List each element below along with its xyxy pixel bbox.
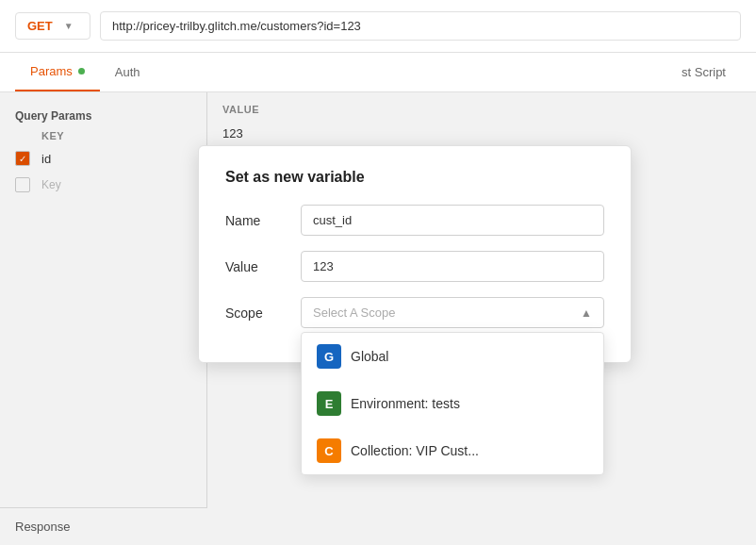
global-icon: G bbox=[317, 344, 341, 369]
main-area: Query Params KEY ✓ id Key Response VALUE… bbox=[0, 92, 756, 545]
modal-title: Set as new variable bbox=[225, 169, 604, 186]
value-label: Value bbox=[225, 259, 301, 274]
tab-script-label: st Script bbox=[682, 65, 726, 79]
modal-panel: Set as new variable Name Value Scope Sel… bbox=[198, 145, 632, 363]
params-dot bbox=[78, 68, 85, 74]
tab-params[interactable]: Params bbox=[15, 53, 100, 91]
scope-select-button[interactable]: Select A Scope ▲ bbox=[301, 297, 604, 328]
tabs-area: Params Auth st Script bbox=[0, 53, 756, 92]
scope-dropdown: G Global E Environment: tests C Collecti… bbox=[301, 332, 604, 475]
tab-params-label: Params bbox=[30, 64, 73, 78]
environment-icon: E bbox=[317, 391, 341, 416]
scope-item-environment-label: Environment: tests bbox=[351, 396, 460, 411]
tab-auth-label: Auth bbox=[115, 65, 140, 79]
value-input[interactable] bbox=[301, 251, 604, 282]
name-input[interactable] bbox=[301, 205, 604, 236]
scope-item-environment[interactable]: E Environment: tests bbox=[302, 380, 603, 427]
scope-item-collection[interactable]: C Collection: VIP Cust... bbox=[302, 427, 603, 474]
scope-item-collection-label: Collection: VIP Cust... bbox=[351, 443, 479, 458]
scope-select: Select A Scope ▲ G Global E Environment:… bbox=[301, 297, 604, 328]
method-select[interactable]: GET ▼ bbox=[15, 12, 90, 40]
tab-script[interactable]: st Script bbox=[666, 54, 741, 91]
value-form-row: Value bbox=[225, 251, 604, 282]
url-input[interactable] bbox=[100, 11, 741, 41]
method-chevron: ▼ bbox=[64, 21, 74, 31]
scope-chevron-icon: ▲ bbox=[581, 306, 592, 320]
method-label: GET bbox=[27, 19, 53, 33]
collection-icon: C bbox=[317, 438, 341, 463]
name-form-row: Name bbox=[225, 205, 604, 236]
scope-label: Scope bbox=[225, 306, 301, 321]
scope-item-global-label: Global bbox=[351, 349, 388, 364]
top-bar: GET ▼ bbox=[0, 0, 756, 53]
scope-placeholder: Select A Scope bbox=[313, 306, 395, 320]
name-label: Name bbox=[225, 213, 301, 228]
tab-auth[interactable]: Auth bbox=[100, 54, 156, 91]
scope-form-row: Scope Select A Scope ▲ G Global E Enviro… bbox=[225, 297, 604, 328]
scope-item-global[interactable]: G Global bbox=[302, 333, 603, 380]
